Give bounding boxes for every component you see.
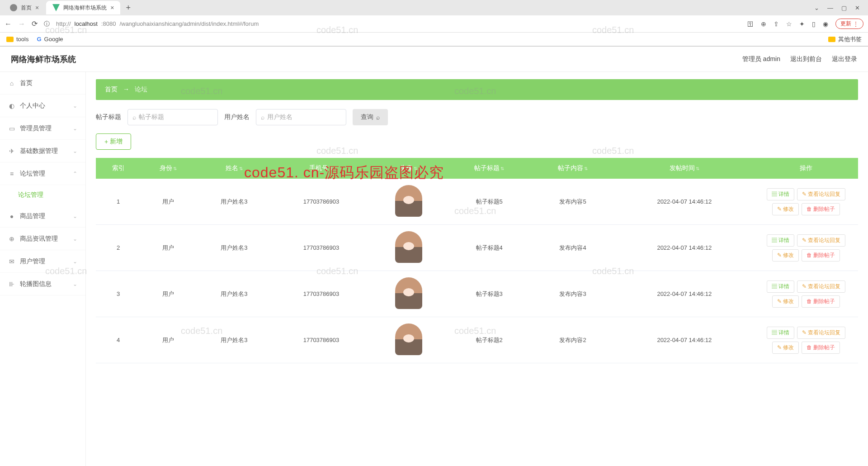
exit-front-link[interactable]: 退出到前台 [790,55,822,63]
th-ops: 操作 [754,158,858,179]
detail-button[interactable]: ▤ 详情 [767,327,794,339]
side-panel-icon[interactable]: ▯ [812,20,816,28]
bookmark-tools[interactable]: tools [6,36,28,43]
menu-label: 基础数据管理 [20,147,58,155]
close-window-icon[interactable]: ✕ [855,5,860,11]
folder-icon [828,37,835,42]
placeholder: 用户姓名 [267,113,292,121]
th-name[interactable]: 姓名⇅ [196,158,273,179]
browser-tab-home[interactable]: 首页 × [4,1,45,14]
new-tab-button[interactable]: + [121,3,135,13]
cell-title: 帖子标题5 [448,179,531,225]
cell-title: 帖子标题3 [448,271,531,317]
url-port: :8080 [101,20,116,27]
share-icon[interactable]: ⇪ [774,20,779,28]
sidebar-item-goods[interactable]: ● 商品管理 ⌄ [0,205,85,228]
sidebar-item-users[interactable]: ✉ 用户管理 ⌄ [0,250,85,273]
detail-button[interactable]: ▤ 详情 [767,188,794,200]
update-button[interactable]: 更新⋮ [835,19,863,29]
bookmark-other[interactable]: 其他书签 [828,35,862,43]
close-icon[interactable]: × [35,4,39,11]
view-reply-button[interactable]: ✎ 查看论坛回复 [797,188,845,200]
home-icon: ⌂ [8,80,15,87]
star-icon[interactable]: ☆ [786,20,792,28]
data-table: 索引 身份⇅ 姓名⇅ 手机号⇅ 头像⇅ 帖子标题⇅ 帖子内容⇅ 发帖时间⇅ 操作… [96,158,858,363]
reload-icon[interactable]: ⟳ [32,19,38,28]
add-button[interactable]: + 新增 [96,133,131,150]
close-icon[interactable]: × [110,4,114,11]
breadcrumb-sep: → [123,86,129,93]
cell-title: 帖子标题4 [448,225,531,271]
chevron-down-icon: ⌄ [73,236,77,242]
sidebar-item-carousel[interactable]: ⊪ 轮播图信息 ⌄ [0,273,85,295]
avatar-image [395,323,422,355]
browser-chrome: 首页 × 网络海鲜市场系统 × + ⌄ — ▢ ✕ ← → ⟳ ⓘ http:/… [0,0,868,47]
detail-button[interactable]: ▤ 详情 [767,234,794,247]
menu-label: 商品资讯管理 [20,235,58,243]
view-reply-button[interactable]: ✎ 查看论坛回复 [797,327,845,339]
th-content[interactable]: 帖子内容⇅ [531,158,615,179]
sidebar-subitem-forum[interactable]: 论坛管理 [0,185,85,205]
monitor-icon: ▭ [8,125,15,132]
avatar-image [395,277,422,309]
delete-button[interactable]: 🗑 删除帖子 [802,295,840,308]
edit-button[interactable]: ✎ 修改 [772,295,799,308]
th-time[interactable]: 发帖时间⇅ [615,158,754,179]
breadcrumb-home[interactable]: 首页 [105,86,118,93]
th-avatar[interactable]: 头像⇅ [370,158,447,179]
th-title[interactable]: 帖子标题⇅ [448,158,531,179]
cell-role: 用户 [141,225,196,271]
cell-role: 用户 [141,317,196,363]
delete-button[interactable]: 🗑 删除帖子 [802,203,840,215]
delete-button[interactable]: 🗑 删除帖子 [802,342,840,354]
search-title-label: 帖子标题 [96,113,121,121]
cell-time: 2022-04-07 14:46:12 [615,225,754,271]
url-bar[interactable]: http://localhost:8080/wangluohaixianshic… [56,20,741,27]
view-reply-button[interactable]: ✎ 查看论坛回复 [797,234,845,247]
info-icon[interactable]: ⓘ [44,20,50,28]
app-body: ⌂ 首页 ◐ 个人中心 ⌄ ▭ 管理员管理 ⌄ ✈ 基础数据管理 ⌄ ≡ 论坛管… [0,72,868,466]
search-user-label: 用户姓名 [224,113,250,121]
delete-button[interactable]: 🗑 删除帖子 [802,249,840,262]
table-row: 2 用户 用户姓名3 17703786903 帖子标题4 发布内容4 2022-… [96,225,858,271]
sidebar-item-home[interactable]: ⌂ 首页 [0,72,85,95]
edit-button[interactable]: ✎ 修改 [772,342,799,354]
browser-tab-app[interactable]: 网络海鲜市场系统 × [46,1,120,14]
chevron-down-icon[interactable]: ⌄ [814,5,819,11]
cell-ops: ▤ 详情 ✎ 查看论坛回复 ✎ 修改 🗑 删除帖子 [754,179,858,225]
back-icon[interactable]: ← [5,20,12,28]
cell-phone: 17703786903 [273,225,370,271]
extensions-icon[interactable]: ✦ [799,20,805,28]
edit-button[interactable]: ✎ 修改 [772,249,799,262]
logout-link[interactable]: 退出登录 [832,55,857,63]
sidebar-item-personal[interactable]: ◐ 个人中心 ⌄ [0,95,85,117]
cell-name: 用户姓名3 [196,179,273,225]
sidebar-item-forum[interactable]: ≡ 论坛管理 ⌃ [0,162,85,185]
forward-icon[interactable]: → [18,20,25,28]
sidebar-item-news[interactable]: ⊕ 商品资讯管理 ⌄ [0,228,85,250]
cell-avatar [370,317,447,363]
query-button[interactable]: 查询⌕ [353,109,388,125]
search-user-input[interactable]: ⌕ 用户姓名 [256,109,346,125]
search-title-input[interactable]: ⌕ 帖子标题 [127,109,218,125]
th-phone[interactable]: 手机号⇅ [273,158,370,179]
maximize-icon[interactable]: ▢ [841,5,847,11]
bookmark-google[interactable]: GGoogle [37,36,63,43]
th-role[interactable]: 身份⇅ [141,158,196,179]
admin-label[interactable]: 管理员 admin [742,55,780,63]
sidebar-item-basedata[interactable]: ✈ 基础数据管理 ⌄ [0,140,85,162]
chevron-down-icon: ⌄ [73,258,77,265]
key-icon[interactable]: ⚿ [747,20,754,28]
address-row: ← → ⟳ ⓘ http://localhost:8080/wangluohai… [0,15,868,33]
sidebar-item-admin[interactable]: ▭ 管理员管理 ⌄ [0,117,85,140]
app-root: 网络海鲜市场系统 管理员 admin 退出到前台 退出登录 ⌂ 首页 ◐ 个人中… [0,47,868,466]
th-index[interactable]: 索引 [96,158,141,179]
cell-content: 发布内容4 [531,225,615,271]
zoom-icon[interactable]: ⊕ [761,20,766,28]
edit-button[interactable]: ✎ 修改 [772,203,799,215]
detail-button[interactable]: ▤ 详情 [767,281,794,293]
view-reply-button[interactable]: ✎ 查看论坛回复 [797,281,845,293]
bookmarks-row: tools GGoogle 其他书签 [0,33,868,46]
minimize-icon[interactable]: — [827,5,833,11]
profile-icon[interactable]: ◉ [823,20,828,28]
